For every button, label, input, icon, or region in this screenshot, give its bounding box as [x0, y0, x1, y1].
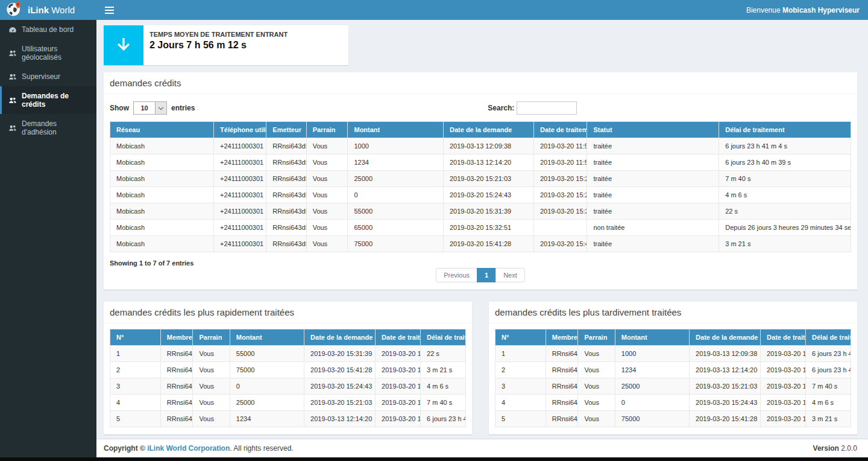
- cell-amount: 1234: [615, 362, 689, 378]
- cell-request-date: 2019-03-20 15:41:28: [690, 411, 761, 427]
- cell-sender: RRnsi643dP: [266, 138, 306, 154]
- cell-request-date: 2019-03-20 15:31:39: [444, 203, 534, 220]
- panel-header: demandes crédits les plus tardivement tr…: [489, 302, 857, 323]
- cell-amount: 55000: [230, 346, 304, 362]
- cell-request-date: 2019-03-13 12:14:20: [304, 411, 376, 427]
- column-header: Membre: [160, 329, 193, 346]
- sidebar-item[interactable]: Tableau de bord: [0, 20, 96, 39]
- app-window: iLink World Tableau de bord Utilisateurs…: [0, 0, 868, 457]
- menu-item-icon: [8, 26, 17, 34]
- cell-rank: 5: [110, 411, 161, 427]
- credit-requests-table: RéseauTéléphone utilisateurEmetteurParra…: [110, 121, 851, 252]
- pagination-previous[interactable]: Previous: [436, 268, 477, 282]
- cell-user-phone: +24111000301: [214, 171, 266, 187]
- column-header[interactable]: Date de la demande: [444, 122, 534, 138]
- cell-status: traitée: [587, 187, 719, 203]
- page-length-select[interactable]: 10: [133, 101, 167, 115]
- sidebar-menu: Tableau de bord Utilisateurs géolocalisé…: [0, 20, 96, 142]
- cell-sender: RRnsi643dP: [266, 171, 306, 187]
- search-input[interactable]: [517, 101, 577, 115]
- company-link[interactable]: iLink World Corporation: [147, 444, 230, 453]
- column-header[interactable]: Parrain: [306, 122, 348, 138]
- cell-member: RRnsi643dP: [160, 395, 193, 411]
- cell-sponsor: Vous: [306, 138, 348, 154]
- cell-sponsor: Vous: [193, 411, 230, 427]
- sidebar-toggle-button[interactable]: [104, 4, 115, 16]
- cell-amount: 25000: [348, 171, 444, 187]
- table-row: Mobicash +24111000301 RRnsi643dP Vous 55…: [110, 203, 851, 220]
- cell-request-date: 2019-03-13 12:09:38: [444, 138, 534, 154]
- slowest-processed-panel: demandes crédits les plus tardivement tr…: [489, 302, 857, 434]
- version-text: Version 2.0.0: [813, 444, 857, 453]
- cell-request-date: 2019-03-20 15:24:43: [444, 187, 534, 203]
- cell-member: RRnsi643dP: [546, 362, 578, 378]
- cell-user-phone: +24111000301: [214, 236, 266, 252]
- table-row: 1 RRnsi643dP Vous 55000 2019-03-20 15:31…: [110, 346, 466, 362]
- panel-header: demandes crédits les plus rapidement tra…: [104, 302, 472, 323]
- column-header: N°: [495, 329, 546, 346]
- cell-member: RRnsi643dP: [546, 346, 578, 362]
- table-header-row: RéseauTéléphone utilisateurEmetteurParra…: [110, 122, 851, 138]
- cell-processing-date: 2019-03-20 11:50:42: [533, 138, 587, 154]
- sidebar-item[interactable]: Demandes d'adhésion: [0, 114, 96, 142]
- cell-sponsor: Vous: [306, 187, 348, 203]
- sidebar-item-label: Tableau de bord: [22, 25, 74, 34]
- cell-request-date: 2019-03-20 15:21:03: [444, 171, 534, 187]
- cell-processing-delay: 6 jours 23 h 40 m 39 s: [421, 411, 466, 427]
- cell-amount: 0: [348, 187, 444, 203]
- column-header: Date de traitement: [761, 329, 806, 346]
- cell-amount: 0: [230, 378, 304, 395]
- table-row: 4 RRnsi643dP Vous 0 2019-03-20 15:24:43 …: [495, 395, 851, 411]
- cell-request-date: 2019-03-20 15:31:39: [304, 346, 376, 362]
- cell-processing-date: 2019-03-20 11:54:59: [761, 362, 806, 378]
- cell-processing-delay: 6 jours 23 h 40 m 39 s: [806, 362, 851, 378]
- sidebar-item[interactable]: Utilisateurs géolocalisés: [0, 39, 96, 67]
- cell-request-date: 2019-03-20 15:32:51: [444, 220, 534, 236]
- page-length-value: 10: [134, 102, 155, 114]
- cell-processing-delay: 6 jours 23 h 41 m 4 s: [719, 138, 851, 154]
- sidebar-item[interactable]: Demandes de crédits: [0, 86, 96, 114]
- column-header[interactable]: Montant: [348, 122, 444, 138]
- sidebar-item[interactable]: Superviseur: [0, 67, 96, 86]
- cell-sponsor: Vous: [306, 171, 348, 187]
- cell-processing-delay: 22 s: [719, 203, 851, 220]
- cell-amount: 25000: [230, 395, 304, 411]
- cell-processing-delay: 22 s: [421, 346, 466, 362]
- cell-processing-delay: 6 jours 23 h 40 m 39 s: [719, 154, 851, 171]
- table-row: Mobicash +24111000301 RRnsi643dP Vous 75…: [110, 236, 851, 252]
- column-header[interactable]: Réseau: [110, 122, 214, 138]
- slowest-processed-table: N°MembreParrainMontantDate de la demande…: [495, 329, 851, 427]
- brand[interactable]: iLink World: [0, 0, 96, 20]
- cell-network: Mobicash: [110, 236, 214, 252]
- cell-rank: 3: [495, 378, 546, 395]
- cell-network: Mobicash: [110, 203, 214, 220]
- page-length-control: Show 10 entries: [110, 101, 195, 115]
- menu-item-icon: [8, 49, 17, 57]
- column-header[interactable]: Statut: [587, 122, 719, 138]
- cell-processing-delay: 4 m 6 s: [806, 395, 851, 411]
- cell-request-date: 2019-03-20 15:24:43: [304, 378, 376, 395]
- down-arrow-icon: [104, 25, 143, 65]
- column-header[interactable]: Emetteur: [266, 122, 306, 138]
- column-header: Membre: [546, 329, 578, 346]
- cell-member: RRnsi643dP: [160, 362, 193, 378]
- column-header[interactable]: Téléphone utilisateur: [214, 122, 266, 138]
- column-header[interactable]: Date de traitement: [533, 122, 587, 138]
- cell-sponsor: Vous: [306, 203, 348, 220]
- cell-rank: 4: [110, 395, 161, 411]
- pagination-next[interactable]: Next: [495, 268, 525, 282]
- table-row: Mobicash +24111000301 RRnsi643dP Vous 25…: [110, 171, 851, 187]
- sidebar-item-label: Superviseur: [22, 72, 60, 81]
- column-header[interactable]: Délai de traitement: [719, 122, 851, 138]
- pagination-page-1[interactable]: 1: [477, 268, 496, 282]
- cell-sponsor: Vous: [578, 395, 615, 411]
- show-label: Show: [110, 104, 129, 112]
- cell-sponsor: Vous: [306, 236, 348, 252]
- entries-label: entries: [171, 104, 195, 112]
- column-header: Parrain: [193, 329, 230, 346]
- cell-amount: 75000: [230, 362, 304, 378]
- cell-sponsor: Vous: [193, 395, 230, 411]
- cell-processing-delay: 4 m 6 s: [421, 378, 466, 395]
- cell-processing-date: 2019-03-20 15:28:49: [376, 378, 421, 395]
- table-header-row: N°MembreParrainMontantDate de la demande…: [495, 329, 851, 346]
